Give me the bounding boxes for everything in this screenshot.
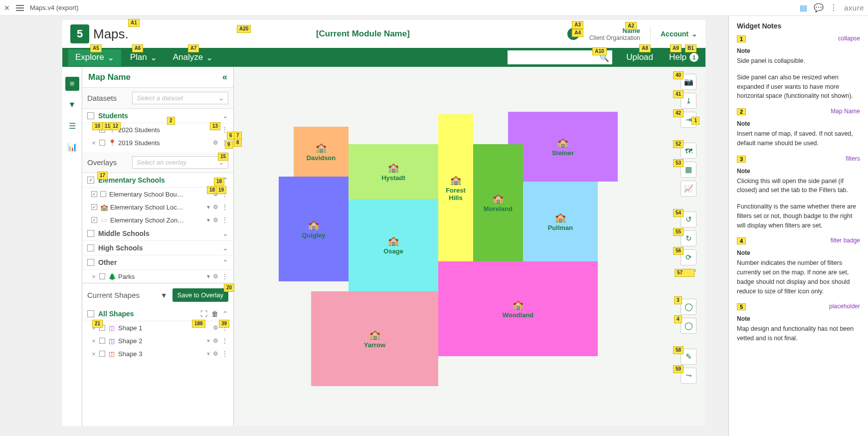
refresh-icon[interactable]: ⟳56 xyxy=(681,249,696,265)
zone-yarrow[interactable]: 🏫Yarrow xyxy=(311,291,438,386)
checkbox[interactable] xyxy=(99,338,105,344)
more-icon[interactable]: ⋮ xyxy=(221,203,228,211)
trash-icon[interactable]: 🗑 xyxy=(211,310,218,318)
redo-icon[interactable]: ↻55 xyxy=(681,230,696,246)
collapse-icon[interactable]: « xyxy=(222,72,227,82)
middle-group[interactable]: Middle Schools ⌄ xyxy=(82,226,233,241)
chevron-up-icon[interactable]: ⌃ xyxy=(222,310,228,318)
more-icon[interactable]: ⋮ xyxy=(221,350,228,358)
chevron-up-icon[interactable]: ⌃ xyxy=(222,258,228,266)
shape3-item[interactable]: × ◫ Shape 3 ▾ ⚙ ⋮ xyxy=(82,347,233,360)
students-group[interactable]: Students ⌄ xyxy=(82,109,233,123)
map-name-title[interactable]: Map Name xyxy=(88,72,131,82)
checkbox[interactable] xyxy=(99,140,105,146)
elem-loc[interactable]: 🏫 Elementary School Loc… ▾ ⚙ ⋮ xyxy=(82,201,233,214)
route-icon[interactable]: ⤳59 xyxy=(681,368,696,384)
dataset-select[interactable]: Select a dataset ⌄ xyxy=(132,92,228,104)
checkbox[interactable] xyxy=(87,244,94,251)
funnel-icon[interactable]: ▾ xyxy=(207,273,210,280)
elem-bound[interactable]: Elementary School Bou… ⚙ ⋮ 18 19 xyxy=(82,188,233,201)
gear-icon[interactable]: ⚙ xyxy=(213,139,218,146)
other-group[interactable]: Other ⌃ xyxy=(82,255,233,270)
grid-icon[interactable]: ▦53 xyxy=(681,162,696,178)
checkbox[interactable] xyxy=(87,112,94,119)
checkbox[interactable] xyxy=(87,230,94,237)
map-icon[interactable]: 🗺52 xyxy=(681,143,696,159)
checkbox[interactable] xyxy=(91,217,97,223)
comment-icon[interactable]: 💬 xyxy=(814,3,823,12)
more-icon[interactable]: ⋮ xyxy=(221,337,228,345)
shape1-item[interactable]: × ◫ Shape 1 ⚙ ⋮ 21 188 39 xyxy=(82,321,233,334)
remove-icon[interactable]: × xyxy=(91,350,96,358)
search-bar[interactable]: 🔍 A10 xyxy=(508,50,612,64)
funnel-icon[interactable]: ▾ xyxy=(207,217,210,223)
checkbox[interactable] xyxy=(99,273,105,279)
zone-davidson[interactable]: 🏫Davidson xyxy=(294,127,348,177)
high-group[interactable]: High Schools ⌄ xyxy=(82,241,233,255)
gear-icon[interactable]: ⚙ xyxy=(213,337,218,344)
nav-plan[interactable]: Plan ⌄ A6 xyxy=(123,49,164,66)
gear-icon[interactable]: ⚙ xyxy=(213,324,218,331)
gear-icon[interactable]: ⚙ xyxy=(213,350,218,357)
more-icon[interactable]: ⋮ xyxy=(221,272,228,280)
elem-zon[interactable]: ▭ Elementary School Zon… ▾ ⚙ ⋮ xyxy=(82,214,233,226)
checkbox[interactable] xyxy=(91,204,97,210)
map-view[interactable]: 🏫Davidson 🏫Hystadt 🏫Forest Hills 🏫Steine… xyxy=(234,67,705,426)
all-shapes-group[interactable]: All Shapes ⛶ 🗑 ⌃ xyxy=(82,307,233,321)
filter-icon[interactable]: ▼ xyxy=(65,98,79,112)
checkbox[interactable] xyxy=(87,259,94,266)
zone-pullman[interactable]: 🏫Pullman xyxy=(523,182,598,261)
checkbox[interactable] xyxy=(91,191,97,197)
close-icon[interactable]: ✕ xyxy=(4,4,10,12)
checkbox[interactable] xyxy=(87,177,94,184)
remove-icon[interactable]: × xyxy=(91,139,96,147)
zone-quigley[interactable]: 🏫Quigley xyxy=(279,177,348,281)
gear-icon[interactable]: ⚙ xyxy=(213,217,218,223)
checkbox[interactable] xyxy=(87,310,94,317)
camera-icon[interactable]: 📷40 xyxy=(681,74,696,90)
funnel-icon[interactable]: ▾ xyxy=(207,204,210,211)
chart-icon[interactable]: 📊 xyxy=(65,140,79,154)
nav-help[interactable]: Help 1 A9 B1 xyxy=(662,49,705,65)
more-icon[interactable]: ⋮ xyxy=(829,3,838,12)
account-link[interactable]: Account ⌄ xyxy=(661,30,697,38)
zone-woodland[interactable]: 🏫Woodland xyxy=(438,261,598,356)
gear-icon[interactable]: ⚙ xyxy=(213,204,218,211)
checkbox[interactable] xyxy=(100,191,106,197)
download-icon[interactable]: ⤓41 xyxy=(681,93,696,109)
pencil-icon[interactable]: ✎58 xyxy=(681,349,696,365)
undo-icon[interactable]: ↺54 xyxy=(681,212,696,227)
filter-icon[interactable]: ▼ xyxy=(161,291,168,299)
menu-icon[interactable] xyxy=(16,5,24,11)
chevron-down-icon[interactable]: ⌄ xyxy=(222,244,228,252)
checkbox[interactable] xyxy=(99,351,105,357)
select-icon[interactable]: ⛶ xyxy=(200,310,207,318)
search-input[interactable] xyxy=(511,54,599,61)
zone-forest[interactable]: 🏫Forest Hills xyxy=(438,114,473,261)
zone-steiner[interactable]: 🏫Steiner xyxy=(508,112,618,182)
zone-moreland[interactable]: 🏫Moreland xyxy=(473,144,523,261)
list-icon[interactable]: ☰ xyxy=(65,119,79,133)
elem-group[interactable]: Elementary Schools ⌃ 17 18 xyxy=(82,173,233,188)
overlay-select[interactable]: Select an overlay ⌄ xyxy=(132,156,228,169)
funnel-icon[interactable]: ▾ xyxy=(207,337,210,344)
remove-icon[interactable]: × xyxy=(91,337,96,345)
layers-icon[interactable]: ≡ xyxy=(65,77,79,91)
zone-osage[interactable]: 🏫Osage xyxy=(348,199,438,291)
chevron-down-icon[interactable]: ⌄ xyxy=(222,112,228,120)
save-overlay-button[interactable]: Save to Overlay xyxy=(173,288,229,302)
nav-analyze[interactable]: Analyze ⌄ A7 xyxy=(166,49,220,66)
stats-icon[interactable]: 📈 xyxy=(681,181,696,197)
more-icon[interactable]: ⋮ xyxy=(221,216,228,224)
nav-explore[interactable]: Explore ⌄ A5 xyxy=(68,49,121,66)
dataset-2019[interactable]: × 📍 2019 Students ⚙ ⋮ xyxy=(82,136,233,149)
gear-icon[interactable]: ⚙ xyxy=(213,273,218,280)
remove-icon[interactable]: × xyxy=(91,273,96,280)
circle3-icon[interactable]: ◯3 xyxy=(681,299,696,315)
shape2-item[interactable]: × ◫ Shape 2 ▾ ⚙ ⋮ xyxy=(82,334,233,347)
parks-item[interactable]: × 🌲 Parks ▾ ⚙ ⋮ xyxy=(82,270,233,283)
funnel-icon[interactable]: ▾ xyxy=(207,350,210,357)
zone-hystadt[interactable]: 🏫Hystadt xyxy=(348,144,438,199)
page-icon[interactable]: ▤ xyxy=(799,3,808,12)
dataset-2020[interactable]: 📍 2020 Students ⋮ 10 11 12 13 xyxy=(82,123,233,136)
